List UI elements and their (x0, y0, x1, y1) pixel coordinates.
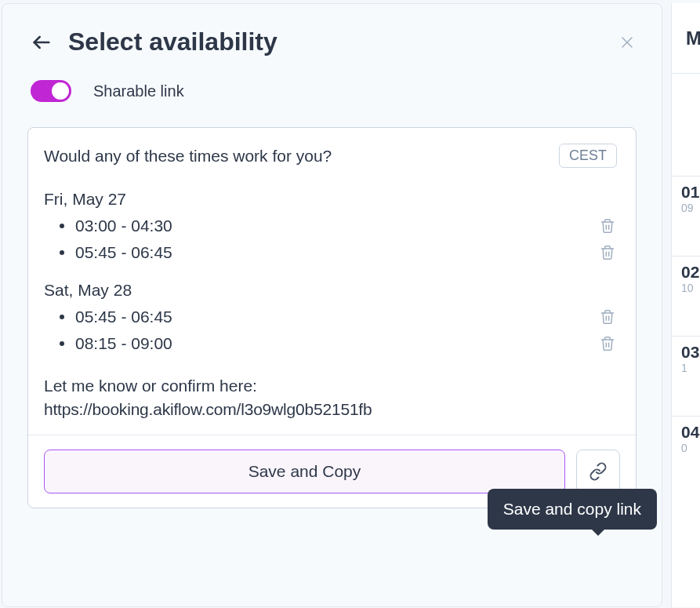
bullet-icon (60, 224, 64, 228)
side-body: 01 09 02 10 03 1 04 0 (672, 74, 700, 496)
dialog-header: Select availability (27, 27, 637, 56)
side-subtext: 09 (681, 202, 700, 214)
time-slot: 08:15 - 09:00 (75, 334, 598, 353)
list-item: 05:45 - 06:45 (44, 308, 617, 326)
timezone-badge[interactable]: CEST (559, 144, 617, 168)
list-item[interactable]: 02 10 (672, 256, 700, 336)
prompt-row: Would any of these times work for you? C… (44, 144, 617, 168)
delete-slot-button[interactable] (598, 217, 617, 235)
sharable-link-row: Sharable link (27, 80, 637, 102)
bullet-icon (60, 341, 64, 346)
list-item[interactable]: 03 1 (672, 336, 700, 416)
booking-url: https://booking.akiflow.com/l3o9wlg0b521… (44, 400, 617, 419)
bullet-icon (60, 315, 64, 319)
side-panel: M 01 09 02 10 03 1 04 0 (671, 3, 700, 607)
trash-icon (600, 217, 615, 235)
list-item: 03:00 - 04:30 (44, 217, 617, 235)
date-label: Sat, May 28 (44, 281, 617, 300)
list-item[interactable]: 04 0 (672, 416, 700, 496)
side-subtext: 10 (681, 282, 700, 294)
confirm-label: Let me know or confirm here: (44, 377, 617, 395)
card-body: Would any of these times work for you? C… (28, 128, 636, 435)
date-block: Fri, May 27 03:00 - 04:30 05:45 - 06:45 (44, 190, 617, 262)
side-number: 03 (681, 343, 700, 362)
side-number: 01 (681, 183, 700, 202)
delete-slot-button[interactable] (598, 334, 617, 353)
save-and-copy-button[interactable]: Save and Copy (44, 450, 565, 493)
page-title: Select availability (68, 27, 618, 56)
time-slot: 05:45 - 06:45 (75, 308, 598, 326)
trash-icon (600, 335, 615, 352)
time-slot: 03:00 - 04:30 (75, 217, 598, 235)
side-number: 04 (681, 423, 700, 442)
copy-link-tooltip: Save and copy link (488, 489, 657, 530)
time-slot: 05:45 - 06:45 (75, 243, 598, 262)
delete-slot-button[interactable] (598, 308, 617, 326)
date-block: Sat, May 28 05:45 - 06:45 08:15 - 09:00 (44, 281, 617, 353)
availability-dialog: Select availability Sharable link Would … (2, 3, 662, 607)
prompt-text: Would any of these times work for you? (44, 147, 332, 166)
list-item[interactable]: 01 09 (672, 176, 700, 256)
link-icon (589, 462, 608, 481)
list-item: 08:15 - 09:00 (44, 334, 617, 353)
toggle-label: Sharable link (93, 82, 184, 100)
delete-slot-button[interactable] (598, 243, 617, 262)
side-subtext: 0 (681, 442, 700, 454)
trash-icon (600, 244, 615, 261)
back-button[interactable] (27, 28, 56, 56)
date-label: Fri, May 27 (44, 190, 617, 209)
bullet-icon (60, 250, 64, 255)
trash-icon (600, 308, 615, 326)
side-subtext: 1 (681, 362, 700, 374)
list-item: 05:45 - 06:45 (44, 243, 617, 262)
toggle-knob (52, 82, 69, 100)
availability-card: Would any of these times work for you? C… (27, 127, 637, 508)
sharable-link-toggle[interactable] (31, 80, 71, 102)
side-header: M (672, 3, 700, 74)
copy-link-button[interactable] (576, 450, 620, 493)
close-button[interactable] (618, 33, 637, 52)
side-number: 02 (681, 263, 700, 282)
